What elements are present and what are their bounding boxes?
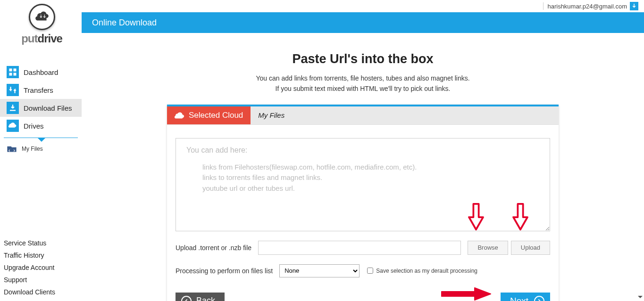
svg-rect-2 [9,73,12,76]
wizard-nav: Back Next [167,282,559,301]
annotation-arrow-down-icon [467,203,485,231]
browse-button[interactable]: Browse [468,241,508,255]
sidebar-item-drives[interactable]: Drives [0,117,82,135]
footer-links: Service Status Traffic History Upgrade A… [4,237,55,298]
footer-traffic-history[interactable]: Traffic History [4,249,55,261]
svg-rect-3 [14,73,17,76]
back-button[interactable]: Back [176,293,225,301]
main-content: Paste Url's into the box You can add lin… [82,38,644,301]
page-header: Online Download [82,12,644,33]
sidebar-item-label: Download Files [24,104,72,112]
next-button[interactable]: Next [501,293,550,301]
sidebar: putdrive Dashboard Transfers Download Fi… [0,0,82,301]
user-email[interactable]: harishkumar.p24@gmail.com [547,3,627,10]
svg-rect-0 [9,69,12,72]
my-files-cloud[interactable]: My Files [251,107,292,123]
save-default-wrap[interactable]: Save selection as my derault processing [367,268,477,274]
sidebar-item-label: Drives [24,122,44,130]
save-default-checkbox[interactable] [367,268,373,274]
grid-icon [7,66,19,78]
scroll-down-icon[interactable] [636,293,644,301]
processing-label: Processing to perform on files list [176,267,273,275]
cloud-icon [175,112,185,119]
top-bar: harishkumar.p24@gmail.com [0,0,644,12]
subtext-line: If you submit text mixed with HTML we'll… [82,83,644,94]
transfers-icon [7,84,19,96]
upload-label: Upload .torrent or .nzb file [176,244,251,252]
nav: Dashboard Transfers Download Files Drive… [0,63,82,156]
selected-cloud-label: Selected Cloud [189,111,243,120]
footer-download-clients[interactable]: Download Clients [4,286,55,298]
nav-divider [4,138,78,138]
sidebar-item-label: Dashboard [24,68,58,76]
download-icon [7,102,19,114]
svg-rect-1 [14,69,17,72]
placeholder-lines: links from Filehosters(fileswap.com, hot… [186,162,539,194]
upload-button[interactable]: Upload [511,241,550,255]
file-exchange-icon [7,145,17,153]
url-textarea[interactable]: You can add here: links from Filehosters… [176,138,550,231]
annotation-arrow-right-icon [441,286,493,301]
chevron-left-icon [181,296,192,301]
card-header: Selected Cloud My Files [167,106,559,125]
main-scroll[interactable]: Paste Url's into the box You can add lin… [82,38,644,301]
sidebar-item-label: Transfers [24,86,53,94]
footer-upgrade-account[interactable]: Upgrade Account [4,261,55,274]
placeholder-line: links from Filehosters(fileswap.com, hot… [202,162,539,173]
upload-row: Upload .torrent or .nzb file Browse Uplo… [176,241,550,255]
annotation-arrow-down-icon [511,203,529,231]
subtext: You can add links from torrents, file ho… [82,73,644,94]
page-title: Online Download [92,18,157,28]
logo-text: putdrive [7,32,77,45]
heading: Paste Url's into the box [82,52,644,66]
save-default-label: Save selection as my derault processing [376,268,477,274]
file-path-input[interactable] [258,241,461,255]
sidebar-sub-label: My Files [22,146,43,152]
footer-support[interactable]: Support [4,274,55,286]
processing-select[interactable]: None [279,264,360,277]
subtext-line: You can add links from torrents, file ho… [82,73,644,83]
dropdown-icon[interactable] [630,2,638,10]
sidebar-item-dashboard[interactable]: Dashboard [0,63,82,81]
card-body: You can add here: links from Filehosters… [167,125,559,282]
placeholder-line: youtube url or other tubes url. [202,183,539,194]
logo[interactable]: putdrive [0,0,82,50]
next-label: Next [510,296,528,301]
sidebar-item-transfers[interactable]: Transfers [0,81,82,99]
selected-cloud-badge[interactable]: Selected Cloud [167,106,251,124]
placeholder-line: links to torrents files and magnet links… [202,172,539,183]
logo-circle [29,4,55,30]
sidebar-item-download-files[interactable]: Download Files [0,99,82,117]
processing-row: Processing to perform on files list None… [176,264,550,277]
cloud-icon [7,120,19,132]
chevron-right-icon [534,296,544,301]
footer-service-status[interactable]: Service Status [4,237,55,249]
placeholder-head: You can add here: [186,146,539,155]
upload-card: Selected Cloud My Files You can add here… [167,105,559,301]
separator [543,2,544,10]
sidebar-sub-my-files[interactable]: My Files [0,142,82,156]
back-label: Back [196,296,215,301]
cloud-icon [34,11,50,23]
